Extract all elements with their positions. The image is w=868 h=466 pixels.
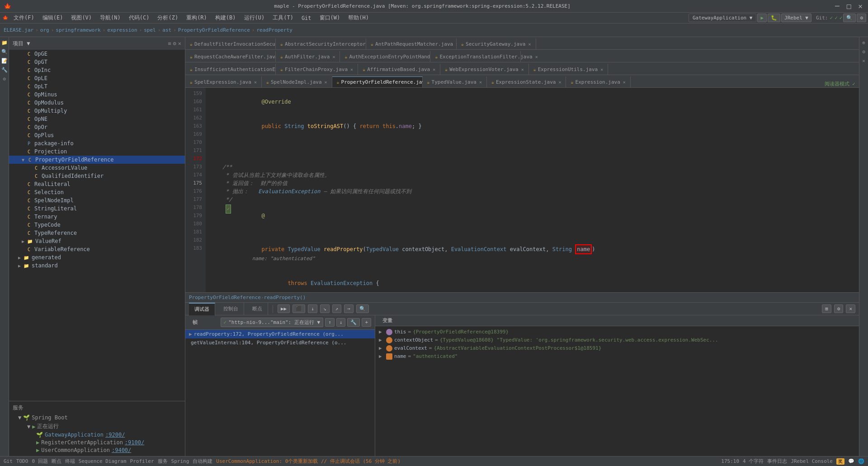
debug-settings-btn[interactable]: ⚙: [834, 304, 844, 313]
tree-item-opne[interactable]: C OpNE: [9, 115, 185, 123]
breadcrumb-class[interactable]: PropertyOrFieldReference: [178, 27, 250, 33]
tab-close-btn[interactable]: ✕: [623, 80, 626, 85]
tab-filterchain[interactable]: ☕ FilterChainProxy.java ✕: [276, 64, 358, 75]
tab-close-btn[interactable]: ✕: [325, 80, 327, 85]
tree-item-opinc[interactable]: C OpInc: [9, 66, 185, 74]
tab-expressionstate[interactable]: ☕ ExpressionState.java ✕: [487, 76, 566, 87]
tab-propertyorfieldreference[interactable]: ☕ PropertyOrFieldReference.java ✕: [332, 76, 423, 87]
tree-item-selection[interactable]: C Selection: [9, 188, 185, 196]
thread-pin-btn[interactable]: +: [362, 318, 371, 327]
tab-close-btn[interactable]: ✕: [521, 67, 524, 72]
tree-item-package-info[interactable]: P package-info: [9, 139, 185, 147]
tree-item-typecode[interactable]: C TypeCode: [9, 221, 185, 229]
jrebel-console-status[interactable]: JRebel Console: [791, 458, 833, 464]
tab-expressionutils[interactable]: ☕ ExpressionUtils.java ✕: [529, 64, 609, 75]
event-log-status[interactable]: 事件日志: [767, 458, 787, 465]
debug-tab-console[interactable]: 控制台: [218, 303, 244, 315]
menu-build[interactable]: 构建(B): [212, 13, 240, 23]
profiler-status[interactable]: Profiler: [130, 458, 154, 464]
debug-close-btn[interactable]: ✕: [846, 304, 855, 313]
debug-evaluate-btn[interactable]: 🔍: [356, 304, 369, 313]
close-button[interactable]: ✕: [856, 2, 864, 10]
jrebel-button[interactable]: JRebel ▼: [781, 14, 811, 22]
tab-authexception[interactable]: ☕ AuthExceptionEntryPointHandler.java ✕: [340, 51, 430, 62]
strip-icon-1[interactable]: 📁: [1, 39, 8, 46]
menu-view[interactable]: 视图(V): [67, 13, 95, 23]
var-item-name[interactable]: ▶ name = "authenticated": [377, 352, 857, 361]
sidebar-settings-btn[interactable]: ⚙: [173, 40, 176, 47]
breakpoints-status[interactable]: 断点: [52, 458, 61, 465]
gateway-port[interactable]: :9200/: [105, 432, 125, 438]
menu-git[interactable]: Git: [298, 14, 315, 22]
minimize-button[interactable]: ─: [833, 2, 841, 10]
editor-breadcrumb-class[interactable]: PropertyOrFieldReference: [189, 295, 261, 300]
thread-filter-btn[interactable]: ↑: [325, 318, 335, 327]
frame-item-1[interactable]: getValueInternal:104, PropertyOrFieldRef…: [185, 338, 375, 347]
breadcrumb-expression[interactable]: expression: [107, 27, 137, 33]
chat-icon[interactable]: 💬: [848, 458, 854, 464]
tab-defaultfilter[interactable]: ☕ DefaultFilterInvocationSecurityMetadat…: [185, 38, 276, 49]
register-app[interactable]: ▶ RegisterCenterApplication :9100/: [36, 439, 181, 446]
git-status[interactable]: Git: [4, 458, 13, 464]
maximize-button[interactable]: □: [845, 2, 853, 10]
menu-code[interactable]: 代码(C): [125, 13, 153, 23]
tree-item-opplus[interactable]: C OpPlus: [9, 131, 185, 139]
debug-step-over-btn[interactable]: ↓: [308, 304, 317, 313]
strip-icon-4[interactable]: 🔧: [1, 66, 8, 73]
tree-item-ternary[interactable]: C Ternary: [9, 213, 185, 221]
tree-item-opminus[interactable]: C OpMinus: [9, 90, 185, 99]
reader-mode-btn[interactable]: 阅读器模式 ✓: [825, 81, 855, 87]
strip-icon-2[interactable]: 🔍: [1, 48, 8, 55]
debug-layout-btn[interactable]: ⊞: [822, 304, 831, 313]
tab-requestcache[interactable]: ☕ RequestCacheAwareFilter.java ✕: [185, 51, 276, 62]
tree-item-spelnodeimpl[interactable]: C SpelNodeImpl: [9, 196, 185, 204]
breadcrumb-release[interactable]: ELEASE.jar: [4, 27, 33, 33]
tab-expression[interactable]: ☕ Expression.java ✕: [566, 76, 630, 87]
tree-item-variablereference[interactable]: C VariableReference: [9, 245, 185, 253]
tab-close-btn[interactable]: ✕: [558, 80, 561, 85]
run-button[interactable]: ▶: [757, 14, 767, 22]
tab-insufficient[interactable]: ☕ InsufficientAuthenticationException.ja…: [185, 64, 276, 75]
tree-item-ople[interactable]: C OpLE: [9, 74, 185, 82]
tab-exceptiontranslation[interactable]: ☕ ExceptionTranslationFilter.java ✕: [430, 51, 521, 62]
debug-tab-debugger[interactable]: 调试器: [189, 303, 215, 315]
tree-item-stringliteral[interactable]: C StringLiteral: [9, 204, 185, 213]
sequence-status[interactable]: Sequence Diagram: [79, 458, 127, 464]
var-item-this[interactable]: ▶ this = {PropertyOrFieldReference@18399…: [377, 328, 857, 336]
tree-item-opor[interactable]: C OpOr: [9, 123, 185, 131]
tree-item-opmodulus[interactable]: C OpModulus: [9, 99, 185, 107]
tab-typedvalue[interactable]: ☕ TypedValue.java ✕: [423, 76, 487, 87]
terminal-status[interactable]: 终端: [65, 458, 75, 465]
usercommon-port[interactable]: :9400/: [112, 447, 131, 453]
usercommon-app[interactable]: ▶ UserCommonApplication :9400/: [36, 447, 181, 453]
debug-stop-btn[interactable]: ⬛: [292, 304, 305, 313]
tree-item-valueref[interactable]: ▶ 📁 ValueRef: [9, 237, 185, 245]
menu-refactor[interactable]: 重构(R): [183, 13, 211, 23]
thread-settings-btn[interactable]: 🔧: [347, 318, 360, 327]
menu-analyze[interactable]: 分析(Z): [154, 13, 182, 23]
register-port[interactable]: :9100/: [125, 439, 144, 446]
menu-run[interactable]: 运行(U): [241, 13, 269, 23]
tab-spelexpression[interactable]: ☕ SpelExpression.java ✕: [185, 76, 262, 87]
right-strip-icon-2[interactable]: ⚙: [860, 48, 868, 55]
frame-item-0[interactable]: ▶ readProperty:172, PropertyOrFieldRefer…: [185, 330, 375, 338]
debug-step-out-btn[interactable]: ↗: [332, 304, 342, 313]
menu-navigate[interactable]: 导航(N): [96, 13, 124, 23]
debug-resume-btn[interactable]: ▶▶: [278, 304, 290, 313]
running-arrow[interactable]: ▼: [27, 423, 30, 430]
run-config-button[interactable]: GatewayApplication ▼: [689, 14, 756, 22]
code-editor[interactable]: 159 160 161 162 163 169 170 171 172 173 …: [185, 88, 859, 292]
tab-close-btn[interactable]: ✕: [350, 67, 353, 72]
tree-item-oplt[interactable]: C OpLT: [9, 82, 185, 90]
tab-authfilter[interactable]: ☕ AuthFilter.java ✕: [276, 51, 340, 62]
tree-item-opgt[interactable]: C OpGT: [9, 58, 185, 66]
tab-securitygateway[interactable]: ☕ SecurityGateway.java ✕: [457, 38, 536, 49]
right-strip-icon-3[interactable]: ✕: [860, 57, 868, 64]
tree-item-typereference[interactable]: C TypeReference: [9, 229, 185, 237]
tab-spelnodeimpl[interactable]: ☕ SpelNodeImpl.java ✕: [262, 76, 332, 87]
breadcrumb-ast[interactable]: ast: [162, 27, 171, 33]
tab-close-btn[interactable]: ✕: [479, 80, 482, 85]
debug-tab-breakpoints[interactable]: 断点: [247, 303, 268, 315]
tab-close-btn[interactable]: ✕: [332, 54, 335, 59]
tree-item-opmultiply[interactable]: C OpMultiply: [9, 107, 185, 115]
